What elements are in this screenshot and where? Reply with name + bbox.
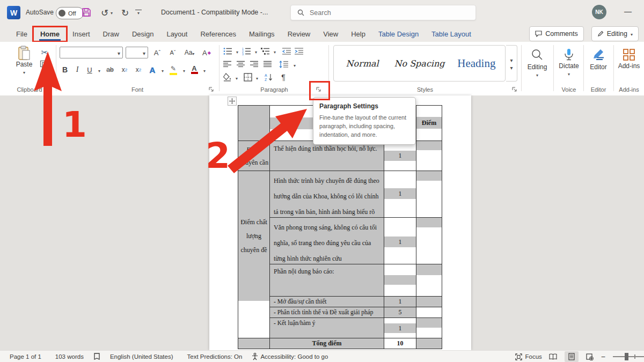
grow-font-button[interactable]	[151, 47, 164, 58]
highlight-dropdown-icon[interactable]	[183, 65, 185, 75]
zoom-slider-thumb[interactable]	[625, 353, 628, 360]
shading-button[interactable]	[223, 73, 232, 82]
page-indicator[interactable]: Page 1 of 1	[5, 353, 46, 360]
redo-button[interactable]	[119, 6, 131, 19]
criteria-cell[interactable]: Văn phong trong sáng, không có câu tối n…	[270, 218, 384, 264]
underline-button[interactable]	[85, 64, 94, 76]
font-size-combobox[interactable]	[126, 47, 148, 58]
font-name-combobox[interactable]	[60, 47, 123, 58]
chevron-down-icon[interactable]	[236, 46, 238, 56]
editing-mode-button[interactable]: Editing	[591, 26, 639, 41]
editor-button[interactable]: Editor	[585, 48, 612, 71]
strikethrough-button[interactable]	[105, 64, 115, 76]
line-spacing-button[interactable]	[279, 61, 288, 68]
proofing-icon[interactable]	[93, 353, 100, 360]
zoom-slider[interactable]	[613, 356, 644, 357]
criteria-cell[interactable]: Phần nội dung báo cáo:	[270, 264, 384, 297]
text-effects-button[interactable]	[148, 64, 157, 76]
clipboard-dialog-launcher[interactable]	[45, 86, 53, 93]
points-cell[interactable]	[416, 141, 442, 171]
criteria-cell[interactable]: - Kết luận/hàm ý	[270, 318, 384, 338]
web-layout-button[interactable]	[583, 351, 597, 362]
tab-view[interactable]: View	[317, 27, 345, 41]
points-cell[interactable]	[416, 218, 442, 264]
style-no-spacing[interactable]: No Spacing	[391, 58, 448, 69]
tab-insert[interactable]: Insert	[66, 27, 97, 41]
text-highlight-button[interactable]	[168, 63, 179, 76]
points-cell[interactable]	[416, 307, 442, 318]
tab-references[interactable]: References	[194, 27, 242, 41]
quick-access-more-icon[interactable]	[135, 10, 142, 16]
table-cell[interactable]	[238, 338, 270, 349]
dictate-button[interactable]: Dictate	[555, 48, 583, 77]
accessibility-status[interactable]: Accessibility: Good to go	[260, 353, 328, 360]
chevron-down-icon[interactable]	[274, 46, 276, 56]
paste-button[interactable]: Paste	[12, 46, 36, 76]
tab-help[interactable]: Help	[345, 27, 372, 41]
score-cell[interactable]: 5	[384, 307, 416, 318]
superscript-button[interactable]	[134, 64, 143, 76]
search-box[interactable]	[290, 5, 476, 20]
focus-button[interactable]: Focus	[515, 353, 541, 360]
bold-button[interactable]	[61, 64, 69, 76]
increase-indent-button[interactable]	[295, 47, 303, 55]
decrease-indent-button[interactable]	[282, 47, 291, 55]
align-center-button[interactable]	[237, 61, 245, 68]
text-effects-dropdown-icon[interactable]	[162, 65, 164, 75]
text-predictions[interactable]: Text Predictions: On	[183, 353, 247, 360]
score-cell[interactable]: 1	[384, 297, 416, 307]
subscript-button[interactable]	[120, 64, 129, 76]
zoom-out-button[interactable]: −	[601, 352, 605, 361]
total-label-cell[interactable]: Tổng điểm	[270, 338, 384, 349]
numbered-list-button[interactable]: 123	[242, 47, 251, 55]
show-formatting-button[interactable]	[279, 72, 288, 82]
undo-dropdown-icon[interactable]	[109, 6, 114, 19]
borders-button[interactable]	[244, 73, 252, 82]
copy-button[interactable]	[40, 60, 48, 69]
tab-design[interactable]: Design	[126, 27, 160, 41]
font-color-button[interactable]	[189, 63, 199, 76]
tab-review[interactable]: Review	[281, 27, 317, 41]
account-avatar[interactable]: NK	[592, 5, 606, 19]
chevron-down-icon[interactable]	[256, 72, 258, 82]
cut-button[interactable]	[39, 47, 50, 58]
table-move-handle[interactable]	[228, 97, 237, 106]
points-cell[interactable]	[416, 338, 442, 349]
addins-button[interactable]: Add-ins	[615, 48, 643, 70]
total-score-cell[interactable]: 10	[384, 338, 416, 349]
category-cell[interactable]: Điểm chuyên cần	[238, 141, 270, 171]
word-count[interactable]: 103 words	[51, 353, 88, 360]
editing-button[interactable]: Editing	[523, 48, 552, 78]
criteria-cell[interactable]: Thể hiện đúng tinh thần học hỏi, nỗ lực.	[270, 141, 384, 171]
table-cell[interactable]: Điểm	[416, 106, 442, 141]
tab-mailings[interactable]: Mailings	[243, 27, 281, 41]
score-cell[interactable]: 1	[384, 318, 416, 338]
points-cell[interactable]	[416, 318, 442, 338]
criteria-cell[interactable]: - Mở đầu/sự cần thiết	[270, 297, 384, 307]
style-heading[interactable]: Heading	[448, 57, 505, 70]
sort-button[interactable]: AZ	[265, 73, 273, 82]
styles-dialog-launcher[interactable]	[511, 86, 518, 93]
search-input[interactable]	[309, 9, 445, 17]
language-indicator[interactable]: English (United States)	[106, 353, 178, 360]
tab-home[interactable]: Home	[34, 27, 66, 41]
table-cell[interactable]	[238, 106, 270, 141]
score-cell[interactable]: 1	[384, 171, 416, 218]
points-cell[interactable]	[416, 297, 442, 307]
italic-button[interactable]	[74, 64, 81, 76]
autosave-toggle[interactable]: Off	[56, 7, 84, 19]
bullet-list-button[interactable]	[223, 47, 232, 55]
clear-formatting-button[interactable]	[200, 47, 214, 58]
criteria-cell[interactable]: - Phân tích tình thế và Đề xuất giải phá…	[270, 307, 384, 318]
save-icon[interactable]	[81, 7, 92, 18]
comments-button[interactable]: Comments	[529, 26, 583, 41]
chevron-down-icon[interactable]	[236, 72, 238, 82]
read-mode-button[interactable]	[546, 351, 560, 362]
underline-dropdown-icon[interactable]	[98, 65, 100, 75]
multilevel-list-button[interactable]	[261, 47, 270, 55]
score-cell[interactable]: 1	[384, 141, 416, 171]
change-case-button[interactable]	[182, 47, 197, 58]
criteria-cell[interactable]: Hình thức trình bày chuyên đề đúng theo …	[270, 171, 384, 218]
shrink-font-button[interactable]	[166, 47, 179, 58]
tab-file[interactable]: File	[10, 27, 34, 41]
